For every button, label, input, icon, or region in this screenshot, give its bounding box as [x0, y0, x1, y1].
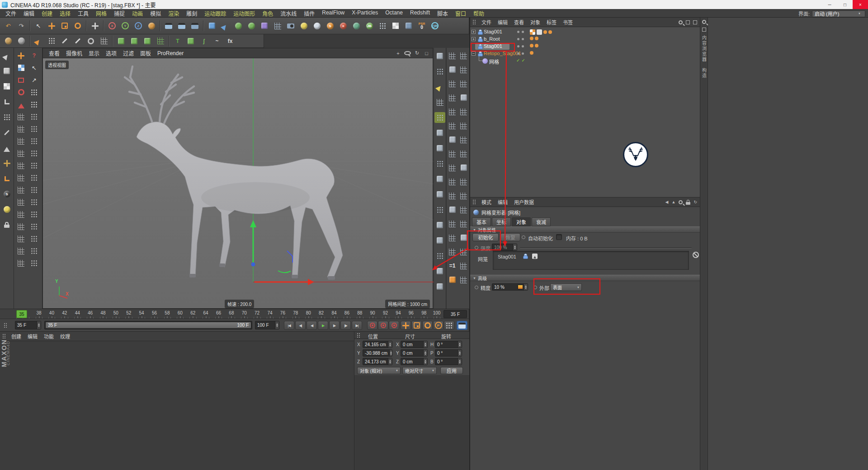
object-manager-menu-item[interactable]: 文件	[478, 19, 495, 26]
panel-grip-icon[interactable]	[472, 19, 476, 25]
tag-dot-icon[interactable]	[543, 30, 547, 34]
layout-tool-icon[interactable]	[448, 79, 458, 89]
axis-mode-icon[interactable]	[1, 158, 12, 169]
cage-object-name[interactable]: Stag001	[498, 254, 516, 259]
range-bar[interactable]	[46, 322, 251, 328]
timeline-tick[interactable]: 38	[36, 310, 41, 315]
lock-icon[interactable]	[686, 200, 690, 205]
modeling-preset-icon[interactable]	[16, 123, 27, 134]
record-keyframe-button[interactable]	[367, 321, 377, 330]
layout-tool-icon[interactable]	[448, 163, 458, 173]
timeline-tick[interactable]: 46	[88, 310, 93, 315]
viewport-tool-icon[interactable]	[434, 174, 445, 184]
viewport-tool-icon[interactable]	[434, 112, 445, 123]
visibility-dots[interactable]	[517, 31, 524, 33]
menu-item[interactable]: 编辑	[20, 9, 38, 17]
workplane-image-icon[interactable]	[402, 19, 415, 32]
workplane-lock-icon[interactable]	[1, 173, 12, 184]
menu-item[interactable]: 选择	[56, 9, 74, 17]
modeling-preset-icon[interactable]	[29, 184, 40, 195]
gradient-swatch[interactable]	[518, 285, 523, 289]
start-frame-field[interactable]: 35 F	[15, 321, 41, 329]
timeline-tick[interactable]: 84	[331, 310, 336, 315]
menu-item[interactable]: 窗口	[452, 9, 470, 17]
modeling-preset-icon[interactable]	[29, 197, 40, 207]
maximize-button[interactable]: □	[837, 0, 853, 9]
menu-item[interactable]: 角色	[259, 9, 277, 17]
range-end-grip[interactable]	[250, 323, 251, 328]
strength-slider[interactable]	[520, 247, 692, 249]
layout-tool-icon[interactable]	[459, 191, 469, 201]
viewport-menu-item[interactable]: 显示	[85, 49, 103, 57]
timeline-tick[interactable]: 50	[113, 310, 118, 315]
modeling-preset-icon[interactable]	[16, 136, 27, 146]
tag-dot-icon[interactable]	[535, 44, 538, 47]
outside-dropdown[interactable]: 表面▼	[550, 283, 582, 291]
timeline-tick[interactable]: 68	[229, 310, 234, 315]
attribute-menu-item[interactable]: 编辑	[495, 198, 511, 206]
search-icon[interactable]	[702, 20, 706, 24]
menu-item[interactable]: 动画	[128, 9, 146, 17]
viewport-tool-icon[interactable]	[434, 51, 445, 61]
modeling-preset-icon[interactable]	[16, 258, 27, 268]
modeling-preset-icon[interactable]	[29, 258, 40, 268]
live-selection-icon[interactable]: ↖	[32, 19, 45, 32]
search-icon[interactable]	[679, 200, 683, 204]
layout-tool-icon[interactable]	[459, 233, 469, 243]
timeline-tick[interactable]: 56	[152, 310, 157, 315]
fx-icon[interactable]: fx	[224, 35, 236, 47]
viewport-menu-item[interactable]: 查看	[46, 49, 63, 57]
timeline-tick[interactable]: 94	[396, 310, 401, 315]
inner-extrude-icon[interactable]	[128, 35, 141, 47]
search-icon[interactable]	[679, 20, 683, 24]
layout-tool-icon[interactable]	[459, 149, 469, 159]
add-sky-icon[interactable]	[311, 19, 323, 32]
lasso-selection-icon[interactable]	[16, 87, 27, 98]
toggle-view-icon[interactable]: □	[423, 51, 430, 56]
layout-icon[interactable]	[693, 20, 697, 24]
object-row[interactable]: 网格✓✓	[470, 57, 700, 65]
extrude-icon[interactable]	[115, 35, 127, 47]
tag-dot-icon[interactable]	[530, 37, 533, 40]
layout-tool-icon[interactable]	[448, 107, 458, 117]
timeline-tick[interactable]: 98	[421, 310, 426, 315]
layout-tool-icon[interactable]	[448, 149, 458, 159]
layout-tool-icon[interactable]	[459, 219, 469, 229]
redo-icon[interactable]: ↷	[15, 19, 28, 32]
anim-dot-icon[interactable]	[475, 286, 478, 289]
object-row[interactable]: +b_Root	[470, 36, 700, 43]
move-palette-icon[interactable]	[16, 50, 27, 61]
layout-tool-icon[interactable]	[448, 177, 458, 187]
orange-cube-icon[interactable]	[448, 275, 458, 285]
object-name[interactable]: Stag001	[484, 29, 502, 34]
coordinate-field[interactable]: 0 °	[435, 349, 462, 357]
viewport-menu-item[interactable]: 选项	[103, 49, 120, 57]
mograph-icon[interactable]	[350, 19, 363, 32]
object-manager-menu-item[interactable]: 编辑	[495, 19, 511, 26]
sweep-icon[interactable]: ʃ	[198, 35, 210, 47]
frame-range-slider[interactable]: 35 F 100 F	[44, 321, 252, 329]
n-gon-lines-icon[interactable]: =1	[448, 261, 458, 271]
add-camera-icon[interactable]	[284, 19, 297, 32]
add-deformer-icon[interactable]	[258, 19, 271, 32]
graph-icon[interactable]	[434, 97, 445, 108]
attribute-tab[interactable]: 基本	[472, 217, 491, 226]
select-arrow2-icon[interactable]: ↗	[29, 75, 40, 85]
timeline-playhead[interactable]: 35	[16, 310, 27, 318]
panel-grip-icon[interactable]	[472, 199, 476, 205]
grid-snap-icon[interactable]	[98, 35, 110, 47]
object-name[interactable]: b_Root	[484, 36, 500, 42]
poly-selection-icon[interactable]	[16, 99, 27, 110]
visibility-dots[interactable]	[517, 38, 524, 40]
snap-magnet-icon[interactable]	[1, 204, 12, 215]
menu-item[interactable]: Octane	[382, 9, 406, 17]
layout-tool-icon[interactable]	[459, 65, 469, 75]
timeline-tick[interactable]: 74	[267, 310, 272, 315]
layout-tool-icon[interactable]	[448, 121, 458, 131]
timeline-tick[interactable]: 86	[344, 310, 349, 315]
workplane-mode-icon[interactable]	[1, 96, 12, 107]
anim-dot-icon[interactable]	[533, 286, 537, 289]
viewport-tool-icon[interactable]	[434, 204, 445, 215]
timeline-tick[interactable]: 80	[306, 310, 311, 315]
material-menu-item[interactable]: 功能	[41, 333, 57, 340]
